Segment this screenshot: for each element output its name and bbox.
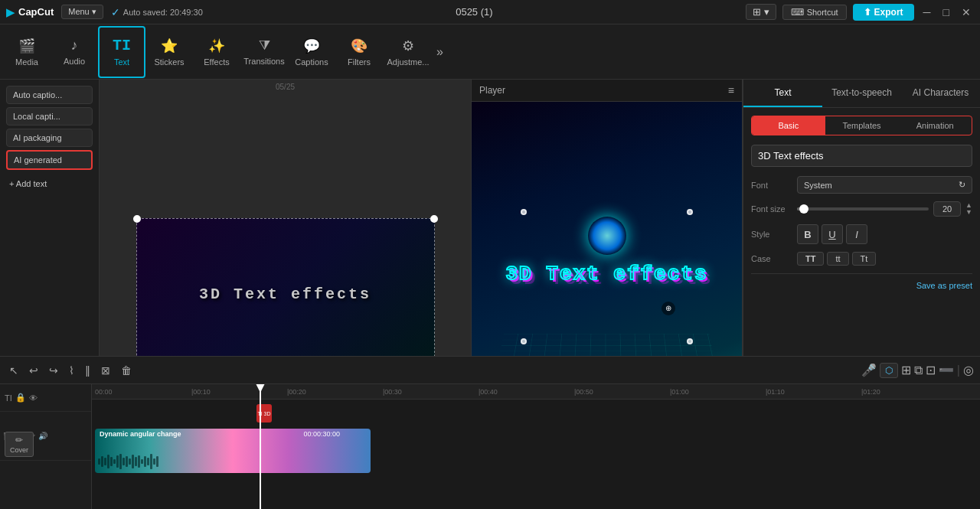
add-text-button[interactable]: + Add text xyxy=(6,176,93,191)
style-underline-button[interactable]: U xyxy=(822,224,843,244)
tl-undo-button[interactable]: ↩ xyxy=(26,363,41,378)
layout-button[interactable]: ⊞ ▾ xyxy=(746,4,776,20)
auto-caption-button[interactable]: Auto captio... xyxy=(6,86,93,104)
text-track-row: TI 3D xyxy=(92,400,980,427)
right-tab-text[interactable]: Text xyxy=(743,80,822,107)
tl-mic-button[interactable]: 🎤 xyxy=(861,363,877,377)
nav-tab-captions[interactable]: 💬 Captions xyxy=(288,26,335,78)
maximize-button[interactable]: □ xyxy=(940,6,952,18)
video-clip-label: Dynamic angular change xyxy=(100,430,181,438)
local-caption-button[interactable]: Local capti... xyxy=(6,107,93,126)
tl-pointer-tool[interactable]: ↖ xyxy=(6,363,21,378)
shortcut-button[interactable]: ⌨ Shortcut xyxy=(782,5,847,20)
nav-tab-filters[interactable]: 🎨 Filters xyxy=(335,26,383,78)
ruler-mark-30: |00:30 xyxy=(383,388,402,396)
font-size-label: Font size xyxy=(751,204,789,214)
tl-link2-button[interactable]: ⧉ xyxy=(914,364,923,377)
text-track-label: TI 🔒 👁 xyxy=(0,384,91,412)
text-clip[interactable]: TI 3D xyxy=(256,404,272,423)
ruler-mark-50: |00:50 xyxy=(574,388,593,396)
case-tt-button[interactable]: TT xyxy=(797,252,824,266)
tl-delete-button[interactable]: 🗑 xyxy=(118,363,135,378)
case-title-button[interactable]: Tt xyxy=(852,252,877,266)
style-label: Style xyxy=(751,230,789,239)
style-italic-button[interactable]: I xyxy=(846,224,867,244)
app-logo: ▶ CapCut xyxy=(6,5,54,19)
save-preset-button[interactable]: Save as preset xyxy=(916,281,972,290)
ruler-mark-120: |01:20 xyxy=(861,388,880,396)
player-text-overlay: 3D Text effects xyxy=(505,263,707,285)
minimize-button[interactable]: ─ xyxy=(920,6,934,18)
close-button[interactable]: ✕ xyxy=(959,6,974,18)
ai-generated-button[interactable]: AI generated xyxy=(6,150,93,170)
tl-redo-button[interactable]: ↪ xyxy=(46,363,61,378)
font-size-down[interactable]: ▼ xyxy=(965,209,972,216)
font-size-thumb[interactable] xyxy=(799,204,808,214)
text-content-field[interactable]: 3D Text effects xyxy=(758,150,824,162)
nav-more-icon[interactable]: » xyxy=(433,45,446,59)
tl-split-button[interactable]: ⌇ xyxy=(66,363,77,378)
auto-saved-indicator: ✓ Auto saved: 20:49:30 xyxy=(111,6,203,18)
nav-tab-stickers[interactable]: ⭐ Stickers xyxy=(145,26,193,78)
ruler-mark-10: |00:10 xyxy=(191,388,211,396)
tl-minus-button[interactable]: ➖ xyxy=(939,363,954,377)
font-size-slider[interactable] xyxy=(797,207,929,210)
cover-button[interactable]: ✏ Cover xyxy=(5,432,34,457)
video-clip[interactable]: Dynamic angular change 00:00:30:00 xyxy=(95,429,371,473)
nav-tab-effects[interactable]: ✨ Effects xyxy=(193,26,240,78)
case-label: Case xyxy=(751,254,789,263)
nav-tab-audio[interactable]: ♪ Audio xyxy=(51,26,98,78)
tl-divider: | xyxy=(957,364,960,377)
case-lower-button[interactable]: tt xyxy=(827,252,848,266)
canvas-text-preview: 3D Text effects xyxy=(199,285,371,303)
menu-button[interactable]: Menu ▾ xyxy=(61,5,103,19)
tl-connect-button[interactable]: ⊞ xyxy=(901,363,911,377)
tl-circle-button[interactable]: ◎ xyxy=(963,363,974,377)
video-track-label: 🎬 🔒 👁 🔊 ✏ Cover xyxy=(0,412,91,461)
player-menu-icon[interactable]: ≡ xyxy=(728,84,734,96)
ruler-mark-100: |01:00 xyxy=(670,388,689,396)
player-title: Player xyxy=(479,85,505,96)
font-selector[interactable]: System ↻ xyxy=(797,176,972,194)
ruler-mark-0: 00:00 xyxy=(95,388,113,396)
tl-split3-button[interactable]: ⊡ xyxy=(926,363,936,377)
nav-tab-transitions[interactable]: ⧩ Transitions xyxy=(240,26,288,78)
tl-link-button[interactable]: ⬡ xyxy=(880,363,898,378)
font-size-input[interactable] xyxy=(933,201,961,217)
date-label: 05/25 xyxy=(273,80,298,94)
ruler-mark-110: |01:10 xyxy=(766,388,785,396)
sub-tab-basic[interactable]: Basic xyxy=(752,116,825,135)
right-tab-ai-chars[interactable]: AI Characters xyxy=(901,80,980,107)
right-tab-tts[interactable]: Text-to-speech xyxy=(822,80,901,107)
ruler-mark-40: |00:40 xyxy=(479,388,498,396)
sub-tab-templates[interactable]: Templates xyxy=(825,116,899,135)
font-label: Font xyxy=(751,181,789,190)
nav-tab-media[interactable]: 🎬 Media xyxy=(3,26,51,78)
nav-tab-text[interactable]: TI Text xyxy=(98,26,145,78)
ruler-mark-20: |00:20 xyxy=(287,388,306,396)
project-id: 0525 (1) xyxy=(211,6,738,18)
video-track-row: Dynamic angular change 00:00:30:00 xyxy=(92,427,980,476)
video-clip-time: 00:00:30:00 xyxy=(303,430,340,438)
sub-tab-animation[interactable]: Animation xyxy=(898,116,972,135)
style-bold-button[interactable]: B xyxy=(797,224,818,244)
canvas-preview: 3D Text effects xyxy=(136,218,435,371)
tl-split2-button[interactable]: ‖ xyxy=(82,363,93,378)
tl-trim-button[interactable]: ⊠ xyxy=(98,363,113,378)
ai-packaging-button[interactable]: AI packaging xyxy=(6,129,93,147)
export-button[interactable]: ⬆ Export xyxy=(853,4,914,21)
nav-tab-adjustments[interactable]: ⚙ Adjustme... xyxy=(383,26,433,78)
